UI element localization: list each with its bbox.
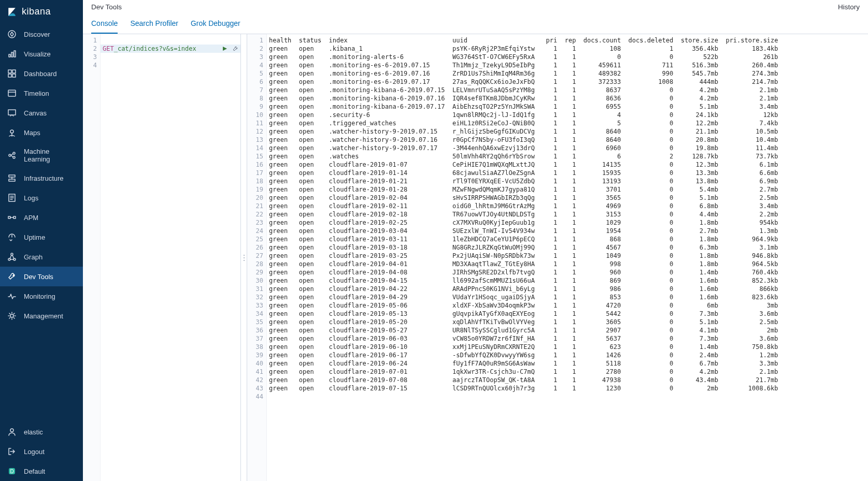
sidebar-item-timelion[interactable]: Timelion bbox=[0, 83, 83, 103]
sidebar-item-label: Graph bbox=[24, 253, 42, 261]
svg-point-27 bbox=[244, 255, 245, 256]
output-row: green open cloudflare-2019-06-10 xxMj1PE… bbox=[267, 343, 868, 351]
logo[interactable]: kibana bbox=[0, 0, 83, 24]
dashboard-icon bbox=[7, 69, 17, 78]
output-body[interactable]: health status index uuid pri rep docs.co… bbox=[267, 34, 868, 481]
sidebar-item-dashboard[interactable]: Dashboard bbox=[0, 64, 83, 83]
wrench-icon[interactable] bbox=[232, 46, 238, 52]
sidebar-item-management[interactable]: Management bbox=[0, 306, 83, 326]
user-icon bbox=[7, 427, 17, 436]
canvas-icon bbox=[7, 108, 17, 118]
sidebar-item-infrastructure[interactable]: Infrastructure bbox=[0, 168, 83, 188]
output-row: green open cloudflare-2019-01-28 MZwFNgw… bbox=[267, 185, 868, 194]
output-row: green open cloudflare-2019-02-04 sHvSIRR… bbox=[267, 194, 868, 202]
output-row: green open .monitoring-kibana-6-2019.07.… bbox=[267, 86, 868, 94]
sidebar-item-label: Canvas bbox=[24, 109, 47, 117]
output-row: green open cloudflare-2019-02-11 oidG0_l… bbox=[267, 202, 868, 210]
output-row: green open cloudflare-2019-01-07 CePiHIE… bbox=[267, 161, 868, 169]
output-row: green open cloudflare-2019-05-20 xqDlAhV… bbox=[267, 318, 868, 326]
output-row: green open .watcher-history-9-2019.07.16… bbox=[267, 136, 868, 144]
sidebar-item-label: Dashboard bbox=[24, 70, 57, 78]
sidebar-item-label: elastic bbox=[24, 428, 43, 436]
panel-splitter[interactable] bbox=[241, 34, 247, 481]
sidebar-item-maps[interactable]: Maps bbox=[0, 123, 83, 142]
output-row: green open .security-6 1qwn8lRMQc2j-lJ-I… bbox=[267, 111, 868, 119]
sidebar-item-canvas[interactable]: Canvas bbox=[0, 103, 83, 123]
history-link[interactable]: History bbox=[838, 3, 860, 11]
management-icon bbox=[7, 311, 17, 320]
output-row: green open cloudflare-2019-02-18 TR67uow… bbox=[267, 210, 868, 218]
sidebar-item-label: Logout bbox=[24, 448, 45, 456]
monitoring-icon bbox=[7, 291, 17, 301]
output-row: green open cloudflare-2019-04-08 JIRhSMg… bbox=[267, 268, 868, 276]
uptime-icon bbox=[7, 232, 17, 242]
space-icon: D bbox=[7, 467, 17, 476]
svg-rect-5 bbox=[8, 70, 11, 73]
tab-console[interactable]: Console bbox=[91, 15, 118, 34]
discover-icon bbox=[7, 30, 17, 39]
sidebar-item-label: Management bbox=[24, 312, 63, 320]
main: Dev Tools History ConsoleSearch Profiler… bbox=[83, 0, 868, 481]
output-row: green open cloudflare-2019-03-11 1leZbHD… bbox=[267, 235, 868, 243]
sidebar-item-apm[interactable]: APM bbox=[0, 208, 83, 227]
sidebar-item-label: Logs bbox=[24, 194, 38, 202]
tab-search-profiler[interactable]: Search Profiler bbox=[130, 15, 178, 34]
svg-rect-9 bbox=[8, 90, 16, 96]
svg-rect-8 bbox=[12, 74, 16, 77]
output-row: green open cloudflare-2019-05-13 gUqvpik… bbox=[267, 310, 868, 318]
output-row: green open cloudflare-2019-04-01 MD3XAaq… bbox=[267, 260, 868, 268]
sidebar-footer-default[interactable]: DDefault bbox=[0, 461, 83, 481]
apm-icon bbox=[7, 213, 17, 222]
sidebar-item-label: Machine Learning bbox=[24, 148, 76, 163]
sidebar-item-monitoring[interactable]: Monitoring bbox=[0, 286, 83, 306]
output-row: green open cloudflare-2019-04-29 VUdaYr1… bbox=[267, 293, 868, 301]
output-row: green open .monitoring-es-6-2019.07.16 Z… bbox=[267, 69, 868, 78]
sidebar-item-discover[interactable]: Discover bbox=[0, 24, 83, 44]
send-request-icon[interactable] bbox=[222, 46, 228, 52]
sidebar-item-logs[interactable]: Logs bbox=[0, 188, 83, 208]
editor-gutter: 1234 bbox=[83, 34, 101, 481]
sidebar-item-dev-tools[interactable]: Dev Tools bbox=[0, 267, 83, 286]
request-method: GET bbox=[103, 45, 114, 53]
sidebar-item-label: Uptime bbox=[24, 234, 45, 241]
nav: DiscoverVisualizeDashboardTimelionCanvas… bbox=[0, 24, 83, 481]
svg-point-23 bbox=[10, 314, 13, 317]
output-row: green open .watcher-history-9-2019.07.15… bbox=[267, 127, 868, 136]
output-row: green open cloudflare-2019-06-24 fUy1fF7… bbox=[267, 359, 868, 368]
output-row: green open .monitoring-es-6-2019.07.17 2… bbox=[267, 78, 868, 86]
sidebar-footer-logout[interactable]: Logout bbox=[0, 442, 83, 461]
svg-rect-4 bbox=[14, 51, 16, 57]
logs-icon bbox=[7, 193, 17, 202]
logout-icon bbox=[7, 447, 17, 456]
infra-icon bbox=[7, 173, 17, 183]
sidebar-item-machine-learning[interactable]: Machine Learning bbox=[0, 142, 83, 168]
sidebar: kibana DiscoverVisualizeDashboardTimelio… bbox=[0, 0, 83, 481]
svg-text:D: D bbox=[10, 469, 13, 474]
sidebar-item-label: Default bbox=[24, 468, 45, 475]
output-gutter: 1234567891011121314151617181920212223242… bbox=[247, 34, 267, 481]
output-row: green open .triggered_watches eiHL1z0RSi… bbox=[267, 119, 868, 127]
ml-icon bbox=[7, 151, 17, 160]
output-row: green open cloudflare-2019-04-22 ARAdPPn… bbox=[267, 285, 868, 293]
sidebar-item-uptime[interactable]: Uptime bbox=[0, 227, 83, 247]
tab-grok-debugger[interactable]: Grok Debugger bbox=[191, 15, 240, 34]
editor-body[interactable]: GET _cat/indices?v&s=index bbox=[101, 34, 240, 481]
visualize-icon bbox=[7, 49, 17, 59]
output-row: green open cloudflare-2019-05-06 xldXF-X… bbox=[267, 301, 868, 310]
output-row: green open .watches 50lmVhh4RY2qQh6rYbSr… bbox=[267, 152, 868, 161]
output-row: green open cloudflare-2019-03-18 NG8GRzJ… bbox=[267, 243, 868, 252]
timelion-icon bbox=[7, 89, 17, 98]
svg-rect-6 bbox=[12, 70, 16, 73]
sidebar-footer-elastic[interactable]: elastic bbox=[0, 422, 83, 442]
sidebar-item-visualize[interactable]: Visualize bbox=[0, 44, 83, 64]
response-output: 1234567891011121314151617181920212223242… bbox=[247, 34, 868, 481]
svg-point-11 bbox=[10, 130, 13, 133]
sidebar-item-graph[interactable]: Graph bbox=[0, 247, 83, 267]
svg-point-29 bbox=[244, 260, 245, 261]
page-title: Dev Tools bbox=[91, 3, 122, 11]
output-row: green open cloudflare-2019-06-03 vCW85o0… bbox=[267, 334, 868, 343]
sidebar-item-label: Discover bbox=[24, 31, 50, 38]
svg-rect-3 bbox=[11, 52, 13, 57]
output-row: green open cloudflare-2019-03-25 Px2jUAq… bbox=[267, 252, 868, 260]
request-editor[interactable]: 1234 GET _cat/indices?v&s=index bbox=[83, 34, 241, 481]
